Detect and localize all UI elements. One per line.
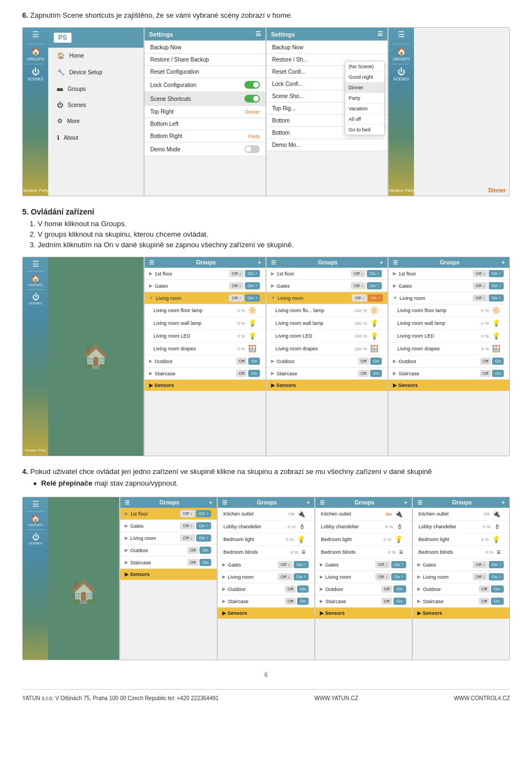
off-btn-living-s2-2[interactable]: Off ↓ [229, 294, 244, 302]
group-1st-floor-s2-3[interactable]: ▶ 1st floor Off ↓ On ↑ [267, 268, 387, 280]
on-living-s3-5[interactable]: On ↑ [489, 573, 504, 580]
on-outdoor-s2-2[interactable]: On [248, 358, 260, 365]
scene-shortcuts-toggle[interactable] [244, 95, 260, 103]
on-btn-gates-s2-2[interactable]: On ↑ [245, 282, 260, 289]
dropdown-go-to-bed[interactable]: Go to bed [345, 125, 384, 135]
off-outdoor-s2-2[interactable]: Off [236, 358, 248, 365]
on-btn-s2-3-1[interactable]: On ↑ [367, 270, 382, 277]
dropdown-vacation[interactable]: Vacation [345, 104, 384, 114]
group-gates-s3-4[interactable]: ▶ Gates Off ↓ On ↑ [315, 559, 412, 571]
group-outdoor-s3-2[interactable]: ▶ Outdoor Off On [120, 544, 217, 557]
menu-item-groups[interactable]: 🏘 Groups [48, 81, 144, 97]
group-gates-s3-2[interactable]: ▶ Gates Off ↓ On ↑ [120, 520, 217, 532]
off-btn-gates-s2-4[interactable]: Off ↓ [473, 282, 488, 289]
row-bottom-left[interactable]: Bottom Left [145, 118, 265, 130]
on-btn-s2-2-1[interactable]: On ↑ [245, 270, 260, 277]
menu-item-home[interactable]: 🏠 Home [48, 48, 144, 64]
group-outdoor-s3-4[interactable]: ▶ Outdoor Off On. [315, 583, 412, 595]
demo-toggle[interactable] [244, 145, 260, 153]
group-1st-floor-s2-4[interactable]: ▶ 1st floor Off ↓ On ↑ [388, 268, 509, 280]
off-stair-s3-2[interactable]: Off [187, 559, 199, 566]
group-living-room-s2-2[interactable]: ▼ Living room Off ↓ On ↑ [145, 292, 265, 304]
on-stair-s2-3[interactable]: On [370, 370, 382, 377]
on-btn-s2-4-1[interactable]: On ↑ [489, 270, 504, 277]
row-restore[interactable]: Restore / Share Backup [145, 54, 265, 66]
on-stair-s2-4[interactable]: On [492, 370, 504, 377]
off-living-s3-2[interactable]: Off ↓ [180, 534, 195, 542]
group-gates-s3-5[interactable]: ▶ Gates Off ↓ On ↑ [413, 559, 509, 571]
row-backup-now[interactable]: Backup Now [145, 42, 265, 54]
on-stair-s3-4[interactable]: On. [393, 598, 406, 605]
row-lock[interactable]: Lock Configuration [145, 78, 265, 92]
off-stair-s3-5[interactable]: Off [479, 598, 490, 605]
on-btn-living-s2-2[interactable]: On ↑ [245, 294, 260, 302]
off-stair-s3-4[interactable]: Off [381, 598, 393, 605]
off-outdoor-s3-2[interactable]: Off [187, 547, 199, 554]
off-living-s3-3[interactable]: Off ↓ [278, 573, 293, 580]
group-stair-s3-2[interactable]: ▶ Staircase Off On [120, 557, 217, 569]
off-stair-s2-2[interactable]: Off [236, 370, 248, 377]
on-stair-s3-2[interactable]: On [200, 559, 211, 566]
group-outdoor-s3-5[interactable]: ▶ Outdoor Off On. [413, 583, 509, 595]
off-btn-living-s2-4[interactable]: Off ↓ [473, 294, 488, 302]
off-btn-living-s2-3[interactable]: Off ↓ [352, 294, 367, 302]
dropdown-good-night[interactable]: Good night [345, 72, 384, 83]
off-outdoor-s2-4[interactable]: Off [480, 358, 492, 365]
on-outdoor-s3-4[interactable]: On. [393, 585, 406, 593]
off-btn-s2-4-1[interactable]: Off ↓ [473, 270, 488, 277]
group-gates-s2-2[interactable]: ▶ Gates Off ↓ On ↑ [145, 280, 265, 292]
group-staircase-s2-4[interactable]: ▶ Staircase Off On [388, 368, 509, 380]
row-demo-mode[interactable]: Demo Mode [145, 142, 265, 156]
on-living-s3-4[interactable]: On ↑ [391, 573, 406, 580]
row-bottom-right[interactable]: Bottom Right Party [145, 130, 265, 142]
off-outdoor-s3-4[interactable]: Off [381, 585, 393, 593]
off-gates-s3-3[interactable]: Off ↓ [278, 561, 293, 568]
on-btn-living-s2-4[interactable]: On ↑ [489, 294, 504, 302]
group-gates-s2-4[interactable]: ▶ Gates Off ↓ On ↑ [388, 280, 509, 292]
off-btn-gates-s2-3[interactable]: Off ↓ [351, 282, 366, 289]
group-gates-s3-3[interactable]: ▶ Gates Off ↓ On ↑ [218, 559, 314, 571]
on-living-s3-2[interactable]: On ↑ [196, 534, 211, 542]
on-gates-s3-5[interactable]: On ↑ [489, 561, 504, 568]
off-stair-s3-3[interactable]: Off [285, 598, 296, 605]
off-outdoor-s3-5[interactable]: Off [479, 585, 490, 593]
row-demo-3[interactable]: Demo Mo... [267, 139, 387, 151]
on-btn-gates-s2-4[interactable]: On ↑ [489, 282, 504, 289]
on-btn-gates-s2-3[interactable]: On ↑ [367, 282, 382, 289]
dropdown-no-scene[interactable]: (No Scene) [345, 62, 384, 72]
group-gates-s2-3[interactable]: ▶ Gates Off ↓ On ↑ [267, 280, 387, 292]
menu-item-about[interactable]: ℹ About [48, 130, 144, 146]
on-gates-s3-2[interactable]: On ↑ [196, 522, 211, 529]
lock-toggle[interactable] [244, 81, 260, 89]
on-stair-s3-3[interactable]: On [297, 598, 309, 605]
on-outdoor-s2-4[interactable]: On [492, 358, 504, 365]
off-btn-s2-3-1[interactable]: Off ↓ [351, 270, 366, 277]
dropdown-all-off[interactable]: All off [345, 114, 384, 125]
group-outdoor-s2-4[interactable]: ▶ Outdoor Off On [388, 355, 509, 368]
group-stair-s3-5[interactable]: ▶ Staircase Off On. [413, 595, 509, 608]
group-stair-s3-4[interactable]: ▶ Staircase Off On. [315, 595, 412, 608]
row-top-right[interactable]: Top Right Dinner [145, 106, 265, 118]
group-living-room-s2-4[interactable]: ▼ Living room Off ↓ On ↑ [388, 292, 509, 304]
group-staircase-s2-3[interactable]: ▶ Staircase Off On [267, 368, 387, 380]
group-stair-s3-3[interactable]: ▶ Staircase Off On [218, 595, 314, 608]
off-gates-s3-5[interactable]: Off ↓ [473, 561, 488, 568]
off-stair-s2-3[interactable]: Off [358, 370, 370, 377]
off-btn-gates-s2-2[interactable]: Off ↓ [229, 282, 244, 289]
on-outdoor-s2-3[interactable]: On [370, 358, 382, 365]
row-backup-3[interactable]: Backup Now [267, 42, 387, 54]
group-outdoor-s3-3[interactable]: ▶ Outdoor Off On [218, 583, 314, 595]
off-living-s3-4[interactable]: Off ↓ [375, 573, 390, 580]
menu-item-scenes[interactable]: ⏻ Scenes [48, 97, 144, 113]
group-outdoor-s2-2[interactable]: ▶ Outdoor Off On [145, 355, 265, 368]
on-outdoor-s3-5[interactable]: On. [491, 585, 504, 593]
off-gates-s3-2[interactable]: Off ↓ [180, 522, 195, 529]
group-staircase-s2-2[interactable]: ▶ Staircase Off On [145, 368, 265, 380]
group-outdoor-s2-3[interactable]: ▶ Outdoor Off On [267, 355, 387, 368]
off-living-s3-5[interactable]: Off ↓ [473, 573, 488, 580]
off-outdoor-s3-3[interactable]: Off [285, 585, 296, 593]
off-s3-2-1[interactable]: Off ↓ [180, 510, 195, 517]
dropdown-party[interactable]: Party [345, 93, 384, 104]
off-outdoor-s2-3[interactable]: Off [358, 358, 370, 365]
group-living-s3-5[interactable]: ▶ Living room Off ↓ On ↑ [413, 571, 509, 583]
